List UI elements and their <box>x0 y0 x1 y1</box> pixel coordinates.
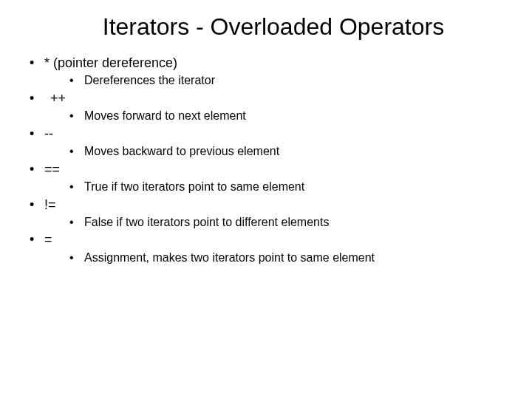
description-text: True if two iterators point to same elem… <box>84 180 304 193</box>
list-subitem: Dereferences the iterator <box>18 72 514 89</box>
operator-text: != <box>44 197 56 212</box>
list-item: -- <box>18 125 514 143</box>
operator-text: = <box>44 232 52 247</box>
description-text: Moves backward to previous element <box>84 145 279 157</box>
list-item: = <box>18 231 514 248</box>
list-item: == <box>18 160 514 178</box>
description-text: Dereferences the iterator <box>84 74 215 86</box>
list-subitem: False if two iterators point to differen… <box>18 214 514 231</box>
list-subitem: Moves backward to previous element <box>18 143 514 160</box>
operator-list: * (pointer dereference) Dereferences the… <box>18 54 514 265</box>
slide: Iterators - Overloaded Operators * (poin… <box>0 0 532 399</box>
operator-text: * (pointer dereference) <box>44 55 177 70</box>
list-subitem: True if two iterators point to same elem… <box>18 179 514 195</box>
description-text: Moves forward to next element <box>84 109 246 122</box>
list-item: ++ <box>18 89 514 107</box>
operator-text: == <box>44 162 60 177</box>
list-item: * (pointer dereference) <box>18 54 514 72</box>
list-subitem: Moves forward to next element <box>18 108 514 124</box>
description-text: False if two iterators point to differen… <box>84 216 329 228</box>
description-text: Assignment, makes two iterators point to… <box>84 251 375 264</box>
list-subitem: Assignment, makes two iterators point to… <box>18 250 514 266</box>
slide-title: Iterators - Overloaded Operators <box>18 13 514 41</box>
operator-text: ++ <box>50 91 66 106</box>
operator-text: -- <box>44 126 53 141</box>
list-item: != <box>18 196 514 214</box>
